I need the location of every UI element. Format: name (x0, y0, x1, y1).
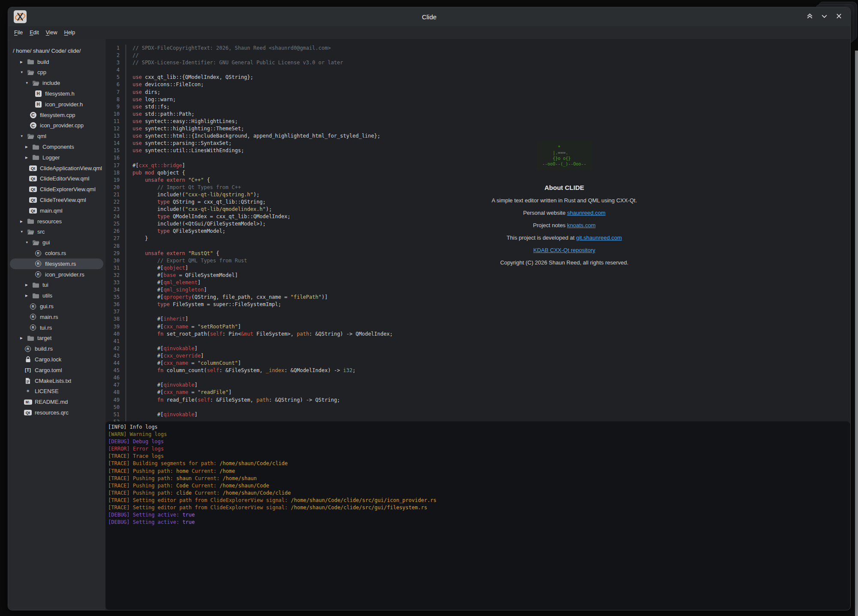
tree-item-build[interactable]: ▶build (10, 57, 103, 67)
line-number: 2 (105, 52, 126, 59)
code-line[interactable]: 40 fn set_root_path(self: Pin<&mut FileS… (105, 331, 850, 338)
tree-item-license[interactable]: ✶LICENSE (10, 386, 103, 397)
close-button[interactable] (833, 11, 844, 22)
line-number: 16 (105, 154, 126, 162)
line-number: 4 (105, 66, 126, 74)
about-link[interactable]: KDAB CXX-Qt repository (533, 247, 596, 253)
markdown-file-icon: M↓ (24, 400, 32, 405)
tree-item-main-qml[interactable]: Qtmain.qml (10, 205, 103, 216)
tree-item-gui-rs[interactable]: Rgui.rs (10, 301, 103, 312)
menu-item-view[interactable]: View (42, 28, 61, 37)
tree-item-cmakelists-txt[interactable]: CMakeLists.txt (10, 376, 103, 386)
line-number: 32 (105, 272, 126, 279)
code-line[interactable]: 9use std::fs; (105, 103, 850, 111)
tree-item-main-rs[interactable]: Rmain.rs (10, 312, 103, 322)
code-line[interactable]: 42 #[qinvokable] (105, 345, 850, 352)
header-file-icon: H (34, 101, 42, 108)
code-line[interactable]: 1// SPDX-FileCopyrightText: 2026, Shaun … (105, 45, 850, 52)
code-line[interactable]: 52 (105, 418, 850, 421)
tree-item-label: ClideEditorView.qml (40, 175, 89, 182)
code-line[interactable]: 4 (105, 66, 850, 74)
code-line[interactable]: 50 (105, 404, 850, 411)
code-line[interactable]: 12use syntect::highlighting::ThemeSet; (105, 125, 850, 132)
tree-item-logger[interactable]: ▶Logger (10, 152, 103, 163)
app-window: Clide FileEditViewHelp / home/ shaun/ Co… (8, 7, 851, 610)
tree-item-gui[interactable]: ▼gui (10, 237, 103, 248)
line-number: 48 (105, 389, 126, 396)
code-line[interactable]: 43 #[cxx_override] (105, 352, 850, 360)
tree-item-resources[interactable]: ▶resources (10, 216, 103, 227)
code-line[interactable]: 37 (105, 308, 850, 316)
tree-item-icon-provider-cpp[interactable]: Cicon_provider.cpp (10, 120, 103, 131)
tree-item-filesystem-h[interactable]: Hfilesystem.h (10, 88, 103, 99)
line-number: 12 (105, 125, 126, 132)
code-line[interactable]: 2// (105, 52, 850, 59)
folder-icon (31, 282, 40, 288)
about-link[interactable]: shaunreed.com (567, 210, 606, 216)
about-link[interactable]: git.shaunreed.com (576, 234, 622, 241)
tree-item-icon-provider-rs[interactable]: Ricon_provider.rs (10, 269, 103, 280)
menu-item-help[interactable]: Help (61, 28, 79, 37)
code-line[interactable]: 10use std::path::Path; (105, 111, 850, 118)
tree-item-include[interactable]: ▼include (10, 78, 103, 88)
code-line[interactable]: 49 fn read_file(self: &FileSystem, path:… (105, 397, 850, 404)
chevron-down-icon: ▼ (25, 81, 31, 85)
tree-item-filesystem-cpp[interactable]: Cfilesystem.cpp (10, 110, 103, 120)
code-line[interactable]: 38 #[inherit] (105, 316, 850, 323)
code-line[interactable]: 8use log::warn; (105, 96, 850, 103)
code-line[interactable]: 44 #[cxx_name = "columnCount"] (105, 360, 850, 367)
tree-item-qml[interactable]: ▼qml (10, 131, 103, 141)
code-line[interactable]: 13use syntect::html::{IncludeBackground,… (105, 132, 850, 140)
code-line[interactable]: 46 (105, 374, 850, 382)
code-line[interactable]: 5use cxx_qt_lib::{QModelIndex, QString}; (105, 74, 850, 81)
tree-item-icon-provider-h[interactable]: Hicon_provider.h (10, 99, 103, 110)
code-line[interactable]: 7use dirs; (105, 89, 850, 96)
chevron-down-icon (821, 12, 828, 21)
code-line[interactable]: 41 (105, 338, 850, 345)
code-line[interactable]: 33 #[qml_element] (105, 279, 850, 286)
code-line[interactable]: 6use devicons::FileIcon; (105, 81, 850, 88)
tree-item-clideapplicationview-qml[interactable]: QtClideApplicationView.qml (10, 163, 103, 174)
tree-item-clidetreeview-qml[interactable]: QtClideTreeView.qml (10, 195, 103, 205)
chevron-right-icon: ▶ (25, 283, 31, 287)
code-line[interactable]: 47 #[qinvokable] (105, 382, 850, 389)
chevron-right-icon: ▶ (25, 145, 31, 149)
tree-item-cargo-toml[interactable]: [T]Cargo.toml (10, 365, 103, 376)
tree-item-target[interactable]: ▶target (10, 333, 103, 344)
tree-item-clideeditorview-qml[interactable]: QtClideEditorView.qml (10, 174, 103, 184)
tree-item-filesystem-rs[interactable]: Rfilesystem.rs (10, 258, 103, 269)
minimize-button[interactable] (819, 11, 830, 22)
tree-item-resources-qrc[interactable]: Qtresources.qrc (10, 407, 103, 418)
code-line[interactable]: 32 #[base = QFileSystemModel] (105, 272, 850, 279)
folder-icon (31, 154, 40, 160)
about-link[interactable]: knoats.com (567, 222, 596, 228)
tree-item-cargo-lock[interactable]: Cargo.lock (10, 354, 103, 365)
tree-item-components[interactable]: ▶Components (10, 141, 103, 152)
tree-item-clideexplorerview-qml[interactable]: QtClideExplorerView.qml (10, 184, 103, 195)
code-line[interactable]: 35 #[qproperty(QString, file_path, cxx_n… (105, 294, 850, 301)
code-line[interactable]: 45 fn column_count(self: &FileSystem, _i… (105, 367, 850, 374)
code-line[interactable]: 48 #[cxx_name = "readFile"] (105, 389, 850, 396)
tree-item-utils[interactable]: ▶utils (10, 290, 103, 301)
tree-item-label: qml (37, 133, 46, 139)
chevron-right-icon: ▶ (25, 294, 31, 297)
code-line[interactable]: 3// SPDX-License-Identifier: GNU General… (105, 59, 850, 66)
shade-button[interactable] (804, 11, 815, 22)
code-editor[interactable]: 1// SPDX-FileCopyrightText: 2026, Shaun … (105, 39, 850, 421)
menu-item-edit[interactable]: Edit (26, 28, 42, 37)
tree-item-tui[interactable]: ▶tui (10, 280, 103, 291)
tree-item-readme-md[interactable]: M↓README.md (10, 397, 103, 407)
code-line[interactable]: 11use syntect::easy::HighlightLines; (105, 118, 850, 125)
code-line[interactable]: 36 type FileSystem = super::FileSystemIm… (105, 301, 850, 308)
tree-item-build-rs[interactable]: Rbuild.rs (10, 343, 103, 354)
tree-item-cpp[interactable]: ▼cpp (10, 67, 103, 78)
menu-item-file[interactable]: File (11, 28, 26, 37)
qt-file-icon: Qt (29, 208, 37, 213)
tree-item-colors-rs[interactable]: Rcolors.rs (10, 248, 103, 258)
code-line[interactable]: 51 #[qinvokable] (105, 411, 850, 418)
tree-item-tui-rs[interactable]: Rtui.rs (10, 322, 103, 333)
log-panel[interactable]: [INFO] Info logs[WARN] Warning logs[DEBU… (105, 421, 850, 610)
code-line[interactable]: 39 #[cxx_name = "setRootPath"] (105, 323, 850, 331)
code-line[interactable]: 34 #[qml_singleton] (105, 286, 850, 294)
tree-item-src[interactable]: ▼src (10, 227, 103, 237)
